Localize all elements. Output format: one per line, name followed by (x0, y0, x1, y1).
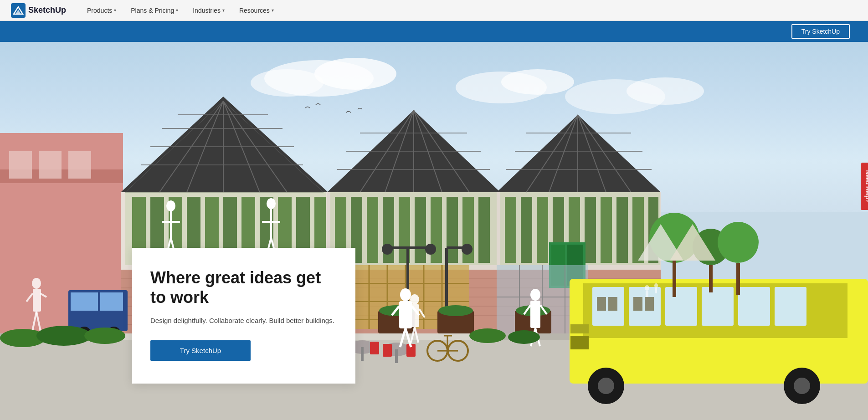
nav-resources-label: Resources (239, 7, 270, 14)
nav-products-label: Products (87, 7, 112, 14)
svg-rect-109 (601, 197, 612, 263)
nav-item-resources[interactable]: Resources ▾ (233, 4, 280, 17)
nav-industries-label: Industries (193, 7, 221, 14)
svg-point-5 (251, 69, 324, 97)
svg-rect-108 (585, 197, 596, 263)
svg-point-213 (598, 378, 614, 394)
svg-rect-111 (632, 197, 644, 263)
chevron-down-icon: ▾ (176, 8, 178, 13)
chevron-down-icon: ▾ (222, 8, 225, 13)
svg-rect-210 (633, 297, 642, 311)
svg-point-180 (530, 289, 540, 301)
svg-point-4 (314, 58, 396, 90)
navbar: SketchUp Products ▾ Plans & Pricing ▾ In… (0, 0, 868, 21)
svg-rect-216 (570, 324, 589, 333)
svg-rect-221 (709, 265, 713, 292)
svg-point-231 (36, 326, 91, 346)
svg-point-234 (508, 330, 540, 344)
svg-rect-159 (383, 344, 392, 357)
svg-rect-209 (608, 297, 617, 311)
svg-rect-217 (570, 336, 589, 349)
svg-rect-181 (530, 301, 540, 328)
svg-rect-206 (738, 287, 770, 326)
logo-link[interactable]: SketchUp (11, 3, 66, 18)
svg-point-174 (410, 294, 419, 304)
hero-subtitle: Design delightfully. Collaborate clearly… (150, 316, 337, 326)
svg-point-148 (438, 305, 473, 316)
svg-rect-205 (702, 287, 734, 326)
svg-point-7 (501, 69, 574, 95)
hero-title: Where great ideas get to work (150, 268, 337, 307)
svg-rect-110 (616, 197, 628, 263)
svg-rect-158 (395, 349, 398, 363)
svg-rect-78 (447, 197, 458, 263)
svg-point-228 (654, 283, 658, 288)
nav-item-industries[interactable]: Industries ▾ (186, 4, 231, 17)
blue-banner: Try SketchUp (0, 21, 868, 42)
svg-rect-12 (9, 151, 32, 179)
svg-rect-154 (361, 347, 364, 361)
nav-item-products[interactable]: Products ▾ (81, 4, 123, 17)
sketchup-logo-icon (11, 3, 26, 18)
svg-rect-211 (645, 297, 654, 311)
need-help-tab[interactable]: Need Help? (861, 163, 868, 210)
svg-rect-14 (68, 151, 91, 179)
svg-rect-13 (39, 151, 62, 179)
svg-point-168 (400, 288, 411, 301)
svg-point-9 (627, 77, 704, 105)
svg-rect-76 (415, 197, 426, 263)
try-sketchup-banner-button[interactable]: Try SketchUp (791, 24, 850, 39)
svg-point-186 (32, 278, 41, 289)
svg-point-233 (469, 328, 506, 343)
svg-rect-208 (597, 297, 606, 311)
hero-section: Where great ideas get to work Design del… (0, 42, 868, 420)
svg-rect-229 (655, 288, 657, 293)
svg-point-139 (425, 244, 436, 255)
svg-rect-103 (505, 197, 516, 263)
svg-rect-197 (100, 292, 123, 311)
svg-point-144 (462, 244, 473, 255)
nav-item-plans-pricing[interactable]: Plans & Pricing ▾ (124, 4, 185, 17)
svg-point-215 (794, 378, 810, 394)
svg-rect-105 (537, 197, 548, 263)
hero-illustration (0, 42, 868, 420)
hero-card: Where great ideas get to work Design del… (132, 248, 355, 384)
try-sketchup-hero-button[interactable]: Try SketchUp (150, 340, 251, 361)
nav-plans-label: Plans & Pricing (131, 7, 174, 14)
logo-text: SketchUp (28, 5, 66, 15)
svg-point-226 (645, 285, 649, 291)
svg-rect-207 (775, 287, 806, 326)
svg-rect-175 (410, 304, 419, 327)
svg-marker-26 (121, 97, 328, 192)
svg-rect-196 (71, 292, 98, 311)
nav-menu: Products ▾ Plans & Pricing ▾ Industries … (81, 4, 280, 17)
svg-rect-204 (665, 287, 697, 326)
svg-point-232 (84, 328, 125, 344)
svg-rect-219 (673, 261, 676, 297)
chevron-down-icon: ▾ (272, 8, 274, 13)
svg-point-81 (267, 198, 276, 209)
svg-rect-73 (367, 197, 378, 263)
chevron-down-icon: ▾ (114, 8, 116, 13)
svg-point-49 (166, 200, 175, 211)
svg-rect-80 (478, 197, 490, 263)
svg-rect-156 (370, 342, 379, 354)
svg-rect-187 (33, 289, 41, 312)
svg-rect-227 (646, 291, 648, 297)
svg-marker-93 (497, 115, 661, 192)
svg-point-141 (382, 244, 393, 255)
svg-rect-104 (521, 197, 532, 263)
svg-point-222 (718, 222, 759, 263)
svg-rect-223 (736, 263, 740, 295)
